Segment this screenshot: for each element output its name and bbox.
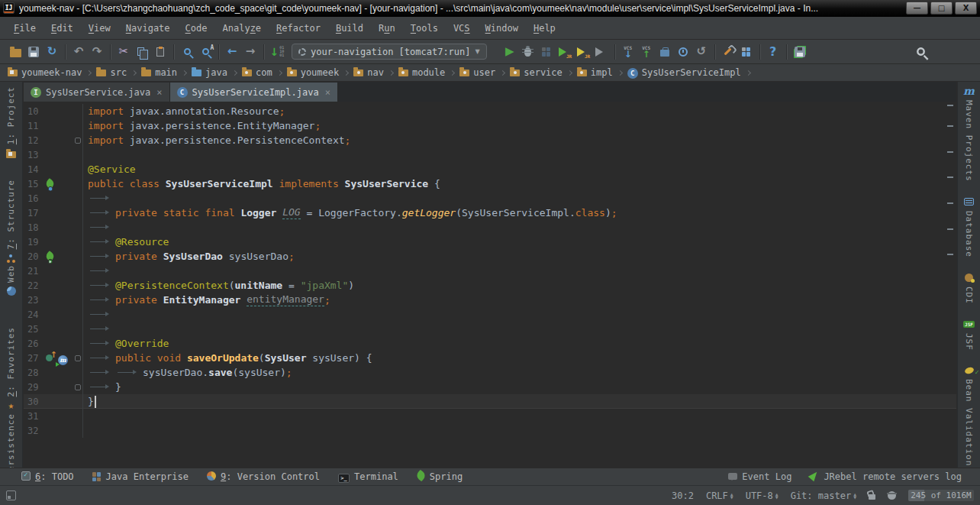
- tool-button-bean-validation[interactable]: Bean Validation: [964, 365, 974, 466]
- coverage-button[interactable]: [537, 43, 556, 61]
- code-text[interactable]: [82, 322, 956, 336]
- breadcrumb-com[interactable]: com: [242, 67, 272, 79]
- code-line-32[interactable]: 32: [24, 423, 956, 438]
- code-line-20[interactable]: 20private SysUserDao sysUserDao;: [24, 249, 956, 264]
- fold-region[interactable]: [73, 355, 82, 361]
- close-button[interactable]: X: [955, 2, 977, 15]
- tool-button-cdi[interactable]: CDI: [964, 273, 974, 304]
- code-text[interactable]: [82, 264, 956, 278]
- menu-help[interactable]: Help: [526, 17, 563, 40]
- breadcrumb-module[interactable]: module: [398, 67, 445, 79]
- breadcrumb-sysuserserviceimpl[interactable]: CSysUserServiceImpl: [627, 67, 741, 79]
- tool-button-web[interactable]: Web: [6, 265, 16, 296]
- undo-button[interactable]: ↶: [69, 43, 88, 61]
- paste-button[interactable]: [151, 43, 169, 61]
- code-line-15[interactable]: 15public class SysUserServiceImpl implem…: [24, 176, 956, 191]
- save-button[interactable]: [24, 43, 43, 61]
- code-line-16[interactable]: 16: [24, 191, 956, 206]
- settings-button[interactable]: [719, 43, 737, 61]
- highlighting-level-icon[interactable]: [888, 491, 896, 500]
- menu-refactor[interactable]: Refactor: [269, 17, 328, 40]
- rollback-button[interactable]: ↺: [692, 43, 711, 61]
- replace-button[interactable]: A: [196, 43, 214, 61]
- code-line-21[interactable]: 21: [24, 264, 956, 278]
- tool-button-jsf[interactable]: JSFJSF: [963, 319, 975, 351]
- tool-button-database[interactable]: Database: [964, 197, 974, 257]
- menu-analyze[interactable]: Analyze: [215, 17, 269, 40]
- code-text[interactable]: public class SysUserServiceImpl implemen…: [82, 176, 956, 191]
- jrebel-debug-button[interactable]: JR: [574, 43, 592, 61]
- tool-button-2-favorites[interactable]: 2: Favorites★: [6, 327, 16, 410]
- encoding-selector[interactable]: UTF-8: [746, 490, 779, 501]
- run-configuration-select[interactable]: your-navigation [tomcat7:run] ▼: [292, 44, 487, 60]
- fold-region[interactable]: [73, 138, 82, 144]
- code-text[interactable]: [82, 307, 956, 322]
- code-text[interactable]: [82, 147, 956, 162]
- code-line-18[interactable]: 18: [24, 220, 956, 235]
- lock-icon[interactable]: [869, 494, 875, 500]
- code-text[interactable]: public void saveOrUpdate(SysUser sysUser…: [82, 351, 956, 365]
- menu-navigate[interactable]: Navigate: [118, 17, 178, 40]
- back-button[interactable]: ←: [223, 43, 241, 61]
- code-line-27[interactable]: 27↑mpublic void saveOrUpdate(SysUser sys…: [24, 351, 956, 365]
- code-line-26[interactable]: 26@Override: [24, 336, 956, 351]
- minimize-button[interactable]: —: [906, 2, 928, 15]
- jrebel-mark-icon[interactable]: m: [58, 351, 68, 365]
- code-text[interactable]: @Service: [82, 162, 956, 176]
- code-text[interactable]: [82, 423, 956, 438]
- code-line-23[interactable]: 23private EntityManager entityManager;: [24, 293, 956, 307]
- debug-button[interactable]: [519, 43, 537, 61]
- menu-run[interactable]: Run: [371, 17, 403, 40]
- save-and-sync-button[interactable]: [791, 43, 809, 61]
- code-line-25[interactable]: 25: [24, 322, 956, 336]
- fold-marker-icon[interactable]: [75, 138, 81, 144]
- fold-marker-icon[interactable]: [75, 384, 81, 390]
- vcs-update-button[interactable]: VCS↓: [619, 43, 637, 61]
- copy-button[interactable]: [133, 43, 151, 61]
- code-text[interactable]: @PersistenceContext(unitName = "jpaXml"): [82, 278, 956, 293]
- search-everywhere-button[interactable]: [911, 43, 930, 61]
- menu-view[interactable]: View: [81, 17, 118, 40]
- project-structure-button[interactable]: [737, 43, 756, 61]
- tool-button-7-structure[interactable]: 7: Structure: [6, 180, 16, 263]
- maximize-button[interactable]: □: [930, 2, 953, 15]
- breadcrumb-main[interactable]: main: [141, 67, 177, 79]
- code-line-11[interactable]: 11import javax.persistence.EntityManager…: [24, 118, 956, 133]
- menu-edit[interactable]: Edit: [44, 17, 81, 40]
- code-line-12[interactable]: 12import javax.persistence.PersistenceCo…: [24, 133, 956, 147]
- spring-autowire-icon[interactable]: [46, 249, 54, 264]
- fold-region[interactable]: [73, 384, 82, 390]
- code-line-22[interactable]: 22@PersistenceContext(unitName = "jpaXml…: [24, 278, 956, 293]
- menu-code[interactable]: Code: [178, 17, 215, 40]
- menu-vcs[interactable]: VCS: [446, 17, 478, 40]
- tool-button-6-todo[interactable]: 6: TODO: [21, 471, 74, 483]
- sync-button[interactable]: ↻: [43, 43, 61, 61]
- editor-tab-sysuserserviceimpl-java[interactable]: CSysUserServiceImpl.java×: [170, 83, 338, 102]
- changes-button[interactable]: [674, 43, 692, 61]
- code-text[interactable]: import javax.annotation.Resource;: [82, 104, 956, 118]
- code-text[interactable]: }: [82, 394, 956, 409]
- code-line-29[interactable]: 29}: [24, 380, 956, 394]
- memory-indicator[interactable]: 245 of 1016M: [908, 490, 974, 501]
- code-line-17[interactable]: 17private static final Logger LOG = Logg…: [24, 206, 956, 220]
- code-text[interactable]: @Override: [82, 336, 956, 351]
- find-button[interactable]: [178, 43, 196, 61]
- close-icon[interactable]: ×: [325, 87, 330, 98]
- code-text[interactable]: [82, 220, 956, 235]
- code-text[interactable]: [82, 191, 956, 206]
- code-text[interactable]: sysUserDao.save(sysUser);: [82, 365, 956, 380]
- code-line-28[interactable]: 28sysUserDao.save(sysUser);: [24, 365, 956, 380]
- toolwindow-toggle-icon[interactable]: [6, 490, 16, 500]
- tool-button-1-project[interactable]: 1: Project: [6, 86, 16, 158]
- code-text[interactable]: private EntityManager entityManager;: [82, 293, 956, 307]
- breadcrumb-impl[interactable]: impl: [577, 67, 613, 79]
- tool-button-terminal[interactable]: >_Terminal: [338, 471, 398, 483]
- close-icon[interactable]: ×: [156, 87, 162, 98]
- update-app-button[interactable]: ↓011001: [268, 43, 286, 61]
- help-button[interactable]: ?: [764, 43, 782, 61]
- code-text[interactable]: import javax.persistence.EntityManager;: [82, 118, 956, 133]
- code-line-30[interactable]: 30}: [24, 394, 956, 409]
- spring-bean-icon[interactable]: [46, 176, 54, 191]
- code-text[interactable]: private static final Logger LOG = Logger…: [82, 206, 956, 220]
- redo-button[interactable]: ↷: [88, 43, 106, 61]
